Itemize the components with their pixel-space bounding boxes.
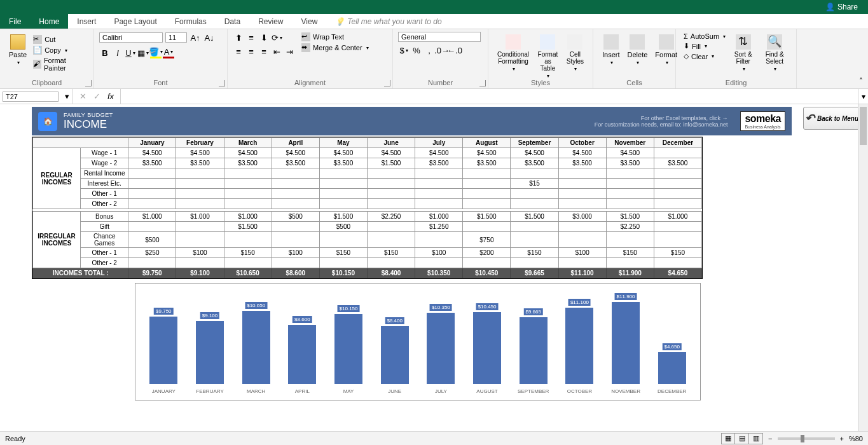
data-cell[interactable]: $3.500 <box>511 158 558 168</box>
delete-cells-button[interactable]: Delete▾ <box>624 32 652 68</box>
data-cell[interactable] <box>511 222 558 232</box>
number-dialog-launcher[interactable] <box>479 80 486 86</box>
fx-icon[interactable]: fx <box>105 91 116 102</box>
enter-formula-icon[interactable]: ✓ <box>91 91 102 102</box>
fill-button[interactable]: ⬇ Fill▾ <box>681 41 728 51</box>
data-cell[interactable] <box>511 168 558 179</box>
data-cell[interactable]: $1.500 <box>224 222 272 232</box>
data-cell[interactable] <box>128 179 176 189</box>
data-cell[interactable] <box>128 199 176 209</box>
data-cell[interactable]: $750 <box>463 232 511 248</box>
data-cell[interactable]: $1.500 <box>319 212 367 222</box>
decrease-decimal-icon[interactable]: ←.0 <box>449 44 460 56</box>
tab-data[interactable]: Data <box>216 14 249 29</box>
data-cell[interactable] <box>606 189 654 199</box>
italic-button[interactable]: I <box>112 47 123 58</box>
data-cell[interactable]: $2.250 <box>367 212 415 222</box>
merge-center-button[interactable]: ⬌Merge & Center▾ <box>299 43 371 53</box>
data-cell[interactable]: $100 <box>272 248 319 258</box>
increase-decimal-icon[interactable]: .0→ <box>436 44 448 56</box>
share-button[interactable]: 👤 Share <box>820 1 863 13</box>
paste-button[interactable]: Paste▾ <box>5 32 31 68</box>
zoom-in-button[interactable]: + <box>840 435 844 442</box>
view-page-break-button[interactable]: ▥ <box>749 433 763 444</box>
formula-bar-expand[interactable]: ▾ <box>858 89 868 104</box>
tab-review[interactable]: Review <box>249 14 292 29</box>
tab-view[interactable]: View <box>293 14 327 29</box>
data-cell[interactable] <box>367 199 415 209</box>
data-cell[interactable] <box>319 199 367 209</box>
data-cell[interactable] <box>415 199 463 209</box>
data-cell[interactable]: $3.500 <box>319 158 367 168</box>
data-cell[interactable] <box>224 232 272 248</box>
someka-logo[interactable]: someka Business Analysis <box>740 111 785 131</box>
data-cell[interactable]: $4.500 <box>463 148 511 158</box>
data-cell[interactable] <box>128 222 176 232</box>
data-cell[interactable] <box>606 168 654 179</box>
scroll-thumb[interactable] <box>860 107 867 145</box>
data-cell[interactable]: $1.000 <box>654 212 701 222</box>
increase-indent-icon[interactable]: ⇥ <box>284 46 295 57</box>
underline-button[interactable]: U▾ <box>125 47 136 58</box>
data-cell[interactable]: $15 <box>511 179 558 189</box>
data-cell[interactable]: $500 <box>272 212 319 222</box>
data-cell[interactable]: $1.500 <box>511 212 558 222</box>
data-cell[interactable]: $1.250 <box>415 222 463 232</box>
data-cell[interactable] <box>558 222 606 232</box>
tell-me[interactable]: 💡Tell me what you want to do <box>326 14 450 29</box>
data-cell[interactable] <box>224 189 272 199</box>
view-normal-button[interactable]: ▦ <box>721 433 735 444</box>
data-cell[interactable]: $500 <box>319 222 367 232</box>
data-cell[interactable] <box>272 199 319 209</box>
data-cell[interactable]: $2.250 <box>606 222 654 232</box>
data-cell[interactable] <box>272 179 319 189</box>
data-cell[interactable] <box>176 258 224 268</box>
data-cell[interactable] <box>319 258 367 268</box>
data-cell[interactable] <box>558 168 606 179</box>
align-middle-icon[interactable]: ≡ <box>245 32 257 43</box>
data-cell[interactable] <box>272 232 319 248</box>
data-cell[interactable] <box>415 179 463 189</box>
data-cell[interactable]: $150 <box>224 248 272 258</box>
tab-file[interactable]: File <box>0 14 30 29</box>
data-cell[interactable] <box>128 168 176 179</box>
data-cell[interactable]: $4.500 <box>511 148 558 158</box>
clipboard-dialog-launcher[interactable] <box>85 80 92 86</box>
data-cell[interactable] <box>176 179 224 189</box>
data-cell[interactable] <box>654 189 701 199</box>
data-cell[interactable] <box>319 168 367 179</box>
data-cell[interactable]: $200 <box>463 248 511 258</box>
font-color-button[interactable]: A▾ <box>163 47 174 58</box>
copy-button[interactable]: 📄Copy▾ <box>31 45 88 55</box>
font-size-input[interactable] <box>165 32 187 43</box>
data-cell[interactable] <box>415 189 463 199</box>
align-left-icon[interactable]: ≡ <box>233 46 244 57</box>
data-cell[interactable] <box>606 232 654 248</box>
alignment-dialog-launcher[interactable] <box>384 80 390 86</box>
format-painter-button[interactable]: 🖌Format Painter <box>31 56 88 72</box>
data-cell[interactable] <box>511 232 558 248</box>
data-cell[interactable]: $3.500 <box>415 158 463 168</box>
data-cell[interactable] <box>463 189 511 199</box>
data-cell[interactable] <box>176 232 224 248</box>
data-cell[interactable] <box>272 258 319 268</box>
data-cell[interactable] <box>319 232 367 248</box>
data-cell[interactable]: $150 <box>367 248 415 258</box>
data-cell[interactable] <box>654 258 701 268</box>
data-cell[interactable]: $250 <box>128 248 176 258</box>
increase-font-icon[interactable]: A↑ <box>189 32 201 43</box>
data-cell[interactable] <box>224 179 272 189</box>
data-cell[interactable] <box>463 222 511 232</box>
data-cell[interactable] <box>511 189 558 199</box>
data-cell[interactable] <box>558 179 606 189</box>
data-cell[interactable] <box>463 179 511 189</box>
data-cell[interactable] <box>367 258 415 268</box>
data-cell[interactable] <box>463 258 511 268</box>
vertical-scrollbar[interactable] <box>858 104 868 445</box>
data-cell[interactable]: $4.500 <box>558 148 606 158</box>
data-cell[interactable] <box>224 258 272 268</box>
data-cell[interactable] <box>654 199 701 209</box>
data-cell[interactable]: $4.500 <box>319 148 367 158</box>
data-cell[interactable] <box>511 258 558 268</box>
data-cell[interactable] <box>272 222 319 232</box>
